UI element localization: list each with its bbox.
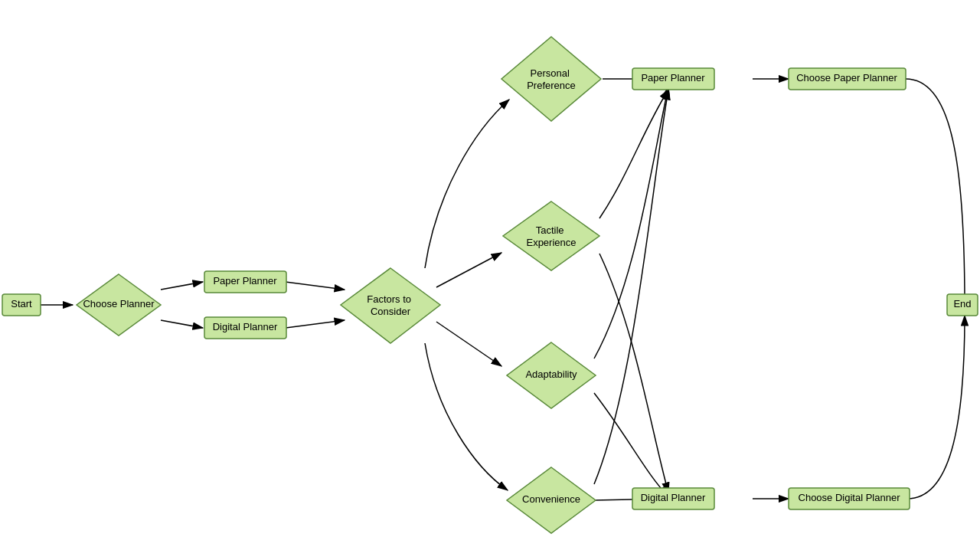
edge-factors-tactile	[436, 253, 501, 287]
node-personal-pref-label: Personal Preference	[527, 67, 576, 91]
node-digital-choice-label: Digital Planner	[213, 321, 278, 332]
node-start: Start	[2, 294, 41, 316]
edge-chooseplanner-digital	[161, 320, 203, 328]
node-end: End	[947, 294, 978, 316]
node-choose-paper-planner: Choose Paper Planner	[789, 68, 906, 90]
edge-factors-adapt	[436, 322, 501, 366]
node-convenience: Convenience	[507, 467, 596, 533]
flowchart-diagram: Start Choose Planner Paper Planner Digit…	[0, 0, 980, 560]
node-choose-paper-label: Choose Paper Planner	[796, 72, 897, 84]
node-paper-planner-choice: Paper Planner	[204, 271, 286, 293]
node-digital-planner-out: Digital Planner	[632, 488, 714, 509]
edge-choose-paper-end	[906, 79, 965, 305]
edge-factors-personal	[425, 100, 509, 268]
node-paper-planner-out: Paper Planner	[632, 68, 714, 90]
edge-conv-paper-out	[594, 90, 668, 484]
node-personal-preference: Personal Preference	[501, 37, 601, 121]
node-digital-planner-choice: Digital Planner	[204, 317, 286, 339]
edge-adapt-digital-out	[594, 393, 668, 496]
node-factors: Factors to Consider	[341, 268, 440, 343]
edge-adapt-paper-out	[594, 87, 668, 359]
node-adaptability-label: Adaptability	[525, 368, 577, 380]
node-factors-label: Factors to Consider	[367, 293, 413, 317]
node-convenience-label: Convenience	[522, 493, 580, 505]
node-tactile: Tactile Experience	[503, 201, 599, 270]
edge-chooseplanner-paper	[161, 282, 203, 290]
edge-digital-factors	[286, 320, 345, 328]
node-digital-out-label: Digital Planner	[641, 492, 706, 503]
edge-tactile-paper-out	[599, 90, 668, 218]
node-adaptability: Adaptability	[507, 342, 596, 408]
node-choose-planner: Choose Planner	[77, 274, 161, 336]
edge-tactile-digital-out	[599, 254, 668, 493]
edge-choose-digital-end	[907, 316, 965, 499]
node-start-label: Start	[11, 298, 32, 309]
edge-paper-factors	[286, 282, 345, 290]
node-paper-out-label: Paper Planner	[641, 72, 705, 84]
edge-factors-conv	[425, 343, 508, 490]
node-choose-digital-planner: Choose Digital Planner	[789, 488, 910, 509]
node-end-label: End	[953, 298, 971, 309]
node-choose-digital-label: Choose Digital Planner	[799, 492, 901, 503]
node-choose-planner-label: Choose Planner	[83, 298, 155, 309]
node-paper-choice-label: Paper Planner	[213, 275, 277, 287]
